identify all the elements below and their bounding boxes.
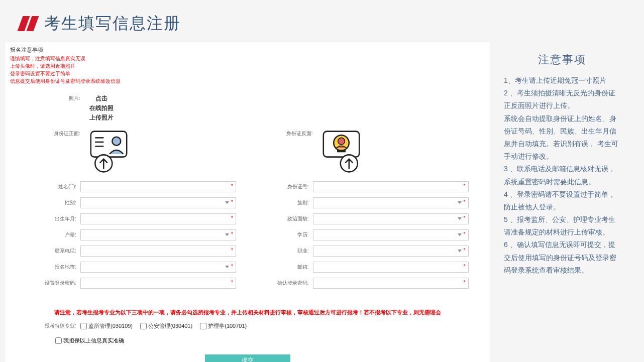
- political-label: 政治面貌:: [248, 215, 313, 222]
- svg-point-4: [112, 137, 121, 145]
- logo-icon: [20, 16, 38, 31]
- idcard-back-label: 身份证反面:: [248, 129, 313, 176]
- side-note: 系统会自动提取身份证上的姓名、身份证号码、性别、民族、出生年月信息并自动填充。若…: [504, 112, 620, 163]
- idcard-front-label: 身份证正面:: [5, 129, 80, 176]
- confirm-checkbox[interactable]: [55, 337, 62, 344]
- side-note: 2 、考生须拍摄清晰无反光的身份证正反面照片进行上传。: [504, 87, 620, 112]
- major-checkbox-1[interactable]: [80, 323, 87, 329]
- name-input[interactable]: [80, 181, 236, 192]
- password-confirm-label: 确认登录密码:: [248, 280, 313, 287]
- password-confirm-input[interactable]: [313, 278, 469, 289]
- notice-line: 谨慎填写，注意填写信息真实无误: [5, 55, 490, 62]
- notice-line: 登录密码设置不要过于简单: [5, 70, 490, 77]
- job-select[interactable]: [313, 246, 469, 257]
- major-option[interactable]: 护理学(100701): [200, 323, 247, 329]
- birth-input[interactable]: [80, 213, 236, 224]
- idcard-front-icon: [87, 129, 130, 174]
- form-panel: 报名注意事项 谨慎填写，注意填写信息真实无误 上传头像时，请选用近期照片 登录密…: [5, 42, 490, 362]
- email-label: 邮箱:: [248, 264, 313, 271]
- major-option[interactable]: 监所管理(030109): [80, 323, 133, 329]
- idcard-back-icon: [320, 129, 363, 174]
- birth-label: 出生年月:: [5, 215, 80, 222]
- photo-upload-button[interactable]: 点击 在线拍照 上传照片: [89, 94, 114, 123]
- major-option[interactable]: 公安管理(030401): [140, 323, 192, 329]
- ethnic-label: 族别:: [248, 199, 313, 206]
- side-note: 4 、登录密码请不要设置过于简单，防止被他人登录。: [504, 188, 620, 213]
- photo-upload-text: 上传照片: [89, 113, 114, 123]
- photo-label: 照片:: [60, 94, 80, 123]
- notice-side-panel: 注意事项 1、考生请上传近期免冠一寸照片 2 、考生须拍摄清晰无反光的身份证正反…: [490, 42, 630, 362]
- side-note: 3 、联系电话及邮箱信息核对无误，系统重置密码时需要此信息。: [504, 163, 620, 188]
- special-major-warning: 请注意，若考生报考专业为以下三项中的一项，请务必勾选所报考专业，并上传相关材料进…: [5, 309, 490, 316]
- major-checkbox-3[interactable]: [200, 323, 206, 329]
- political-select[interactable]: [313, 213, 469, 224]
- notice-line: 上传头像时，请选用近期照片: [5, 62, 490, 70]
- idno-label: 身份证号:: [248, 183, 313, 190]
- side-title: 注意事项: [504, 52, 620, 67]
- photo-upload-text: 点击: [89, 94, 114, 103]
- edu-label: 学历:: [248, 231, 313, 238]
- addr-label: 报名地市:: [5, 264, 80, 271]
- notice-heading: 报名注意事项: [5, 46, 490, 55]
- idcard-front-upload[interactable]: [87, 129, 130, 176]
- gender-label: 性别:: [5, 199, 80, 206]
- ethnic-select[interactable]: [313, 197, 469, 208]
- side-note: 1、考生请上传近期免冠一寸照片: [504, 74, 620, 87]
- huji-label: 户籍:: [5, 231, 80, 238]
- email-input[interactable]: [313, 262, 469, 273]
- side-note: 5 、报考监所、公安、护理专业考生请准备规定的材料进行上传审核。: [504, 213, 620, 238]
- major-checkbox-2[interactable]: [140, 323, 147, 329]
- idno-input[interactable]: [313, 181, 469, 192]
- huji-select[interactable]: [80, 229, 236, 240]
- password-input[interactable]: [80, 278, 236, 289]
- password-label: 设置登录密码:: [5, 280, 80, 287]
- gender-select[interactable]: [80, 197, 236, 208]
- phone-input[interactable]: [80, 246, 236, 257]
- notice-line: 信息提交后使用身份证号及密码登录系统修改信息: [5, 77, 490, 85]
- special-major-label: 报考特殊专业:: [5, 322, 80, 329]
- svg-point-8: [338, 138, 345, 145]
- edu-select[interactable]: [313, 229, 469, 240]
- photo-upload-text: 在线拍照: [89, 103, 114, 113]
- svg-rect-9: [337, 150, 346, 152]
- name-label: 姓名(``):: [5, 183, 80, 190]
- addr-select[interactable]: [80, 262, 236, 273]
- submit-button[interactable]: 提交: [205, 354, 290, 362]
- phone-label: 联系电话:: [5, 248, 80, 255]
- page-title: 考生填写信息注册: [44, 13, 181, 35]
- confirm-accuracy[interactable]: 我担保以上信息真实准确: [55, 337, 124, 343]
- idcard-back-upload[interactable]: [320, 129, 363, 176]
- side-note: 6 、确认填写信息无误即可提交，提交后使用填写的身份证号码及登录密码登录系统查看…: [504, 238, 620, 277]
- job-label: 职业:: [248, 248, 313, 255]
- page-header: 考生填写信息注册: [0, 0, 644, 42]
